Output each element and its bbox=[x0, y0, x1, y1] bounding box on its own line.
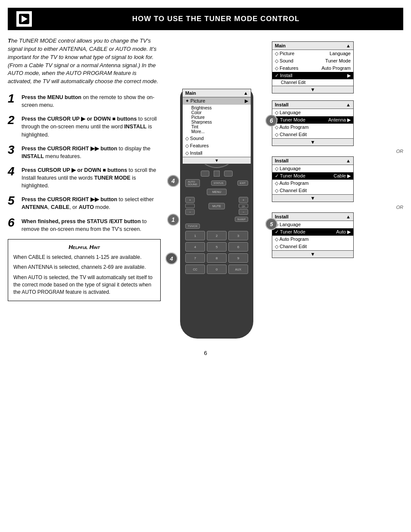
antenna-title: Install bbox=[275, 102, 289, 107]
main-menu-header: Main ▲ bbox=[183, 89, 251, 97]
remote-ff-btn[interactable] bbox=[224, 171, 233, 177]
menu-more: More... bbox=[191, 129, 248, 134]
menu-color: Color bbox=[191, 110, 248, 115]
or-label-1: OR bbox=[272, 148, 403, 155]
cable-channeledit-row: ◇ Channel Edit bbox=[272, 187, 353, 194]
remote-btn-5[interactable]: 5 bbox=[207, 242, 227, 252]
im-install-row: ✓ Install▶ bbox=[272, 72, 353, 79]
remote-btn-0[interactable]: 0 bbox=[207, 264, 227, 274]
remote-btn-2[interactable]: 2 bbox=[207, 231, 227, 240]
antenna-header: Install ▲ bbox=[272, 101, 353, 109]
step-5-number: 5 bbox=[8, 195, 17, 207]
step-4-text: Press CURSOR UP ▶ or DOWN ■ buttons to s… bbox=[22, 166, 161, 190]
auto-channeledit-row: ◇ Channel Edit bbox=[272, 243, 353, 250]
remote-btn-4[interactable]: 4 bbox=[185, 242, 205, 252]
antenna-up: ▲ bbox=[346, 102, 351, 107]
antenna-footer: ▼ bbox=[272, 138, 353, 146]
page-title: How to Use the Tuner Mode Control bbox=[37, 15, 395, 23]
remote-btn-6[interactable]: 6 bbox=[228, 242, 248, 252]
auto-footer: ▼ bbox=[272, 250, 353, 258]
step-4-number: 4 bbox=[8, 165, 17, 177]
cable-language-row: ◇ Language bbox=[272, 165, 353, 172]
install-main-menu: Main ▲ ◇ PictureLanguage ◇ SoundTuner Mo… bbox=[272, 41, 354, 93]
remote-btn-3[interactable]: 3 bbox=[228, 231, 248, 240]
remote-vol-label bbox=[185, 204, 195, 208]
menu-picture: Picture bbox=[191, 115, 248, 120]
remote-btn-8[interactable]: 8 bbox=[207, 253, 227, 263]
step-3-text: Press the CURSOR RIGHT ▶▶ button to disp… bbox=[22, 145, 161, 160]
step-4: 4 Press CURSOR UP ▶ or DOWN ■ buttons to… bbox=[8, 166, 161, 190]
step-3: 3 Press the CURSOR RIGHT ▶▶ button to di… bbox=[8, 145, 161, 160]
steps-list: 1 Press the MENU button on the remote to… bbox=[8, 93, 161, 233]
im-channel-edit: Channel Edit bbox=[281, 80, 305, 85]
step-3-number: 3 bbox=[8, 144, 17, 156]
step-5-text: Press the CURSOR RIGHT ▶▶ button to sele… bbox=[22, 196, 161, 211]
page-header: How to Use the Tuner Mode Control bbox=[8, 8, 403, 30]
step-badge-6: 6 bbox=[265, 115, 277, 127]
step-5: 5 Press the CURSOR RIGHT ▶▶ button to se… bbox=[8, 196, 161, 211]
step-badge-4: 4 bbox=[167, 175, 179, 187]
im-features-row: ◇ FeaturesAuto Program bbox=[272, 65, 353, 72]
install-cable-menu: Install ▲ ◇ Language ✓ Tuner ModeCable ▶… bbox=[272, 156, 354, 202]
auto-header: Install ▲ bbox=[272, 213, 353, 221]
remote-btn-cc[interactable]: CC bbox=[185, 264, 205, 274]
step-1: 1 Press the MENU button on the remote to… bbox=[8, 93, 161, 109]
auto-autoprogram-row: ◇ Auto Program bbox=[272, 236, 353, 243]
or-label-2: OR bbox=[272, 204, 403, 211]
content-area: The TUNER MODE control allows you to cha… bbox=[0, 30, 411, 345]
remote-sleep-btn[interactable]: SLEEP bbox=[235, 217, 248, 222]
step-2-number: 2 bbox=[8, 114, 17, 126]
main-menu-display: Main ▲ ✦ Picture▶ Brightness Color Pictu… bbox=[182, 89, 251, 164]
remote-ch-down[interactable]: − bbox=[239, 209, 248, 215]
hint-box: Helpful Hint When CABLE is selected, cha… bbox=[8, 239, 161, 301]
step-6: 6 When finished, press the STATUS /EXIT … bbox=[8, 218, 161, 233]
cable-footer: ▼ bbox=[272, 194, 353, 202]
step-6-number: 6 bbox=[8, 217, 17, 229]
ant-channeledit-row: ◇ Channel Edit bbox=[272, 131, 353, 138]
auto-tunermode-row: ✓ Tuner ModeAuto ▶ bbox=[272, 228, 353, 236]
auto-language-row: ◇ Language bbox=[272, 221, 353, 228]
remote-btn-7[interactable]: 7 bbox=[185, 253, 205, 263]
auto-title: Install bbox=[275, 214, 289, 219]
remote-status-btn[interactable]: STATUS bbox=[211, 180, 226, 186]
step-badge-5: 5 bbox=[265, 218, 277, 230]
install-main-up: ▲ bbox=[346, 43, 351, 48]
hint-text: When CABLE is selected, channels 1-125 a… bbox=[13, 254, 155, 296]
step-2: 2 Press the CURSOR UP ▶ or DOWN ■ button… bbox=[8, 115, 161, 138]
remote-auto-sound-btn[interactable]: AUTOSOUND bbox=[185, 179, 200, 187]
auto-up: ▲ bbox=[346, 214, 351, 219]
remote-tvvcr-btn[interactable]: TV/VCR bbox=[185, 224, 200, 229]
remote-stop-btn[interactable] bbox=[214, 171, 220, 177]
remote-btn-aux[interactable]: AUX bbox=[228, 264, 248, 274]
cable-autoprogram-row: ◇ Auto Program bbox=[272, 180, 353, 187]
remote-btn-1[interactable]: 1 bbox=[185, 231, 205, 240]
remote-rewind-btn[interactable] bbox=[201, 171, 209, 177]
cable-header: Install ▲ bbox=[272, 157, 353, 165]
menu-row-install: ◇ Install bbox=[183, 149, 251, 157]
remote-menu-btn[interactable]: MENU bbox=[207, 189, 227, 195]
header-icon bbox=[16, 11, 32, 27]
cable-up: ▲ bbox=[346, 158, 351, 163]
remote-vol-up[interactable]: + bbox=[185, 197, 195, 203]
main-menu-arrow-up: ▲ bbox=[243, 90, 248, 96]
install-main-title: Main bbox=[275, 43, 286, 48]
intro-paragraph: The TUNER MODE control allows you to cha… bbox=[8, 37, 161, 86]
step-1-text: Press the MENU button on the remote to s… bbox=[22, 93, 161, 109]
remote-vol-down[interactable]: − bbox=[185, 209, 195, 215]
right-column: Main ▲ ✦ Picture▶ Brightness Color Pictu… bbox=[165, 37, 403, 339]
menu-brightness: Brightness bbox=[191, 106, 248, 110]
step-2-text: Press the CURSOR UP ▶ or DOWN ■ buttons … bbox=[22, 115, 161, 138]
hint-item-3: When AUTO is selected, the TV will autom… bbox=[13, 274, 155, 296]
remote-ch-label: CH bbox=[239, 204, 248, 208]
remote-ch-up[interactable]: + bbox=[239, 197, 248, 203]
remote-exit-btn[interactable]: EXIT bbox=[237, 180, 248, 186]
install-antenna-menu: Install ▲ ◇ Language ✓ Tuner ModeAntenna… bbox=[272, 100, 354, 146]
hint-title: Helpful Hint bbox=[13, 244, 155, 250]
remote-mute-btn[interactable]: MUTE bbox=[209, 203, 225, 209]
cable-title: Install bbox=[275, 158, 289, 163]
menu-sharpness: Sharpness bbox=[191, 120, 248, 124]
ant-tunermode-row: ✓ Tuner ModeAntenna ▶ bbox=[272, 116, 353, 124]
remote-btn-9[interactable]: 9 bbox=[228, 253, 248, 263]
menu-tint: Tint bbox=[191, 124, 248, 129]
cable-tunermode-row: ✓ Tuner ModeCable ▶ bbox=[272, 172, 353, 180]
